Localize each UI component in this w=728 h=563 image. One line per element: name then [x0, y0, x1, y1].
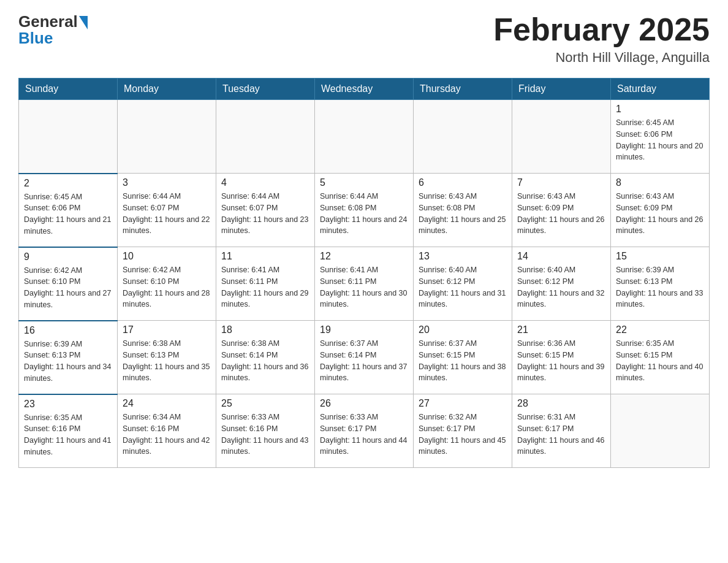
calendar-cell: 23Sunrise: 6:35 AMSunset: 6:16 PMDayligh…: [19, 394, 118, 468]
day-number: 3: [123, 177, 211, 188]
calendar-cell: 18Sunrise: 6:38 AMSunset: 6:14 PMDayligh…: [216, 321, 315, 394]
day-number: 22: [616, 324, 704, 335]
day-number: 15: [616, 251, 704, 262]
title-area: February 2025 North Hill Village, Anguil…: [493, 12, 710, 66]
calendar-cell: [118, 100, 216, 174]
calendar-cell: 20Sunrise: 6:37 AMSunset: 6:15 PMDayligh…: [414, 321, 512, 394]
calendar-week-row: 2Sunrise: 6:45 AMSunset: 6:06 PMDaylight…: [19, 174, 710, 247]
calendar-cell: 17Sunrise: 6:38 AMSunset: 6:13 PMDayligh…: [118, 321, 216, 394]
calendar-cell: [414, 100, 512, 174]
day-info: Sunrise: 6:42 AMSunset: 6:10 PMDaylight:…: [123, 264, 211, 310]
day-info: Sunrise: 6:35 AMSunset: 6:16 PMDaylight:…: [24, 412, 112, 458]
day-info: Sunrise: 6:44 AMSunset: 6:07 PMDaylight:…: [221, 191, 309, 237]
day-of-week-header: Saturday: [611, 79, 710, 100]
day-number: 20: [419, 324, 507, 335]
calendar-cell: 27Sunrise: 6:32 AMSunset: 6:17 PMDayligh…: [414, 394, 512, 468]
day-info: Sunrise: 6:33 AMSunset: 6:16 PMDaylight:…: [221, 412, 309, 458]
day-info: Sunrise: 6:34 AMSunset: 6:16 PMDaylight:…: [123, 412, 211, 458]
day-number: 8: [616, 177, 704, 188]
calendar-cell: [512, 100, 611, 174]
day-number: 10: [123, 251, 211, 262]
calendar-cell: 5Sunrise: 6:44 AMSunset: 6:08 PMDaylight…: [315, 174, 414, 247]
day-info: Sunrise: 6:37 AMSunset: 6:14 PMDaylight:…: [320, 338, 408, 384]
calendar-cell: [611, 394, 710, 468]
day-number: 16: [24, 325, 112, 336]
calendar-cell: 11Sunrise: 6:41 AMSunset: 6:11 PMDayligh…: [216, 247, 315, 321]
day-info: Sunrise: 6:36 AMSunset: 6:15 PMDaylight:…: [517, 338, 605, 384]
calendar-cell: 12Sunrise: 6:41 AMSunset: 6:11 PMDayligh…: [315, 247, 414, 321]
day-number: 26: [320, 398, 408, 409]
calendar-cell: 14Sunrise: 6:40 AMSunset: 6:12 PMDayligh…: [512, 247, 611, 321]
day-number: 9: [24, 251, 112, 262]
calendar-cell: 19Sunrise: 6:37 AMSunset: 6:14 PMDayligh…: [315, 321, 414, 394]
calendar-cell: 16Sunrise: 6:39 AMSunset: 6:13 PMDayligh…: [19, 321, 118, 394]
day-number: 4: [221, 177, 309, 188]
day-of-week-header: Sunday: [19, 79, 118, 100]
calendar-cell: 2Sunrise: 6:45 AMSunset: 6:06 PMDaylight…: [19, 174, 118, 247]
day-number: 27: [419, 398, 507, 409]
day-info: Sunrise: 6:43 AMSunset: 6:09 PMDaylight:…: [517, 191, 605, 237]
day-info: Sunrise: 6:44 AMSunset: 6:08 PMDaylight:…: [320, 191, 408, 237]
day-number: 11: [221, 251, 309, 262]
calendar-cell: 4Sunrise: 6:44 AMSunset: 6:07 PMDaylight…: [216, 174, 315, 247]
day-info: Sunrise: 6:35 AMSunset: 6:15 PMDaylight:…: [616, 338, 704, 384]
calendar-week-row: 9Sunrise: 6:42 AMSunset: 6:10 PMDaylight…: [19, 247, 710, 321]
calendar-cell: 26Sunrise: 6:33 AMSunset: 6:17 PMDayligh…: [315, 394, 414, 468]
day-info: Sunrise: 6:32 AMSunset: 6:17 PMDaylight:…: [419, 412, 507, 458]
calendar-week-row: 23Sunrise: 6:35 AMSunset: 6:16 PMDayligh…: [19, 394, 710, 468]
calendar-cell: 10Sunrise: 6:42 AMSunset: 6:10 PMDayligh…: [118, 247, 216, 321]
day-number: 13: [419, 251, 507, 262]
calendar-cell: 9Sunrise: 6:42 AMSunset: 6:10 PMDaylight…: [19, 247, 118, 321]
logo: General Blue: [18, 12, 88, 48]
day-number: 24: [123, 398, 211, 409]
day-info: Sunrise: 6:38 AMSunset: 6:14 PMDaylight:…: [221, 338, 309, 384]
calendar-cell: 28Sunrise: 6:31 AMSunset: 6:17 PMDayligh…: [512, 394, 611, 468]
month-title: February 2025: [493, 12, 710, 47]
day-info: Sunrise: 6:45 AMSunset: 6:06 PMDaylight:…: [24, 191, 112, 237]
day-info: Sunrise: 6:45 AMSunset: 6:06 PMDaylight:…: [616, 117, 704, 163]
day-number: 14: [517, 251, 605, 262]
day-number: 25: [221, 398, 309, 409]
day-number: 21: [517, 324, 605, 335]
day-number: 23: [24, 399, 112, 410]
day-of-week-header: Tuesday: [216, 79, 315, 100]
day-info: Sunrise: 6:37 AMSunset: 6:15 PMDaylight:…: [419, 338, 507, 384]
calendar-cell: 6Sunrise: 6:43 AMSunset: 6:08 PMDaylight…: [414, 174, 512, 247]
day-number: 12: [320, 251, 408, 262]
calendar-cell: 8Sunrise: 6:43 AMSunset: 6:09 PMDaylight…: [611, 174, 710, 247]
page-header: General Blue February 2025 North Hill Vi…: [18, 12, 710, 66]
day-number: 18: [221, 324, 309, 335]
day-info: Sunrise: 6:41 AMSunset: 6:11 PMDaylight:…: [221, 264, 309, 310]
calendar-cell: [19, 100, 118, 174]
logo-triangle-icon: [79, 16, 88, 29]
day-number: 19: [320, 324, 408, 335]
day-number: 2: [24, 178, 112, 189]
calendar-cell: 22Sunrise: 6:35 AMSunset: 6:15 PMDayligh…: [611, 321, 710, 394]
day-info: Sunrise: 6:40 AMSunset: 6:12 PMDaylight:…: [517, 264, 605, 310]
day-of-week-header: Monday: [118, 79, 216, 100]
day-number: 17: [123, 324, 211, 335]
day-of-week-header: Wednesday: [315, 79, 414, 100]
calendar-cell: 13Sunrise: 6:40 AMSunset: 6:12 PMDayligh…: [414, 247, 512, 321]
calendar-cell: [216, 100, 315, 174]
day-info: Sunrise: 6:44 AMSunset: 6:07 PMDaylight:…: [123, 191, 211, 237]
day-number: 6: [419, 177, 507, 188]
calendar-cell: 25Sunrise: 6:33 AMSunset: 6:16 PMDayligh…: [216, 394, 315, 468]
day-of-week-header: Thursday: [414, 79, 512, 100]
day-info: Sunrise: 6:41 AMSunset: 6:11 PMDaylight:…: [320, 264, 408, 310]
day-info: Sunrise: 6:33 AMSunset: 6:17 PMDaylight:…: [320, 412, 408, 458]
day-info: Sunrise: 6:38 AMSunset: 6:13 PMDaylight:…: [123, 338, 211, 384]
calendar-cell: 24Sunrise: 6:34 AMSunset: 6:16 PMDayligh…: [118, 394, 216, 468]
day-info: Sunrise: 6:42 AMSunset: 6:10 PMDaylight:…: [24, 265, 112, 311]
day-number: 28: [517, 398, 605, 409]
calendar-cell: 7Sunrise: 6:43 AMSunset: 6:09 PMDaylight…: [512, 174, 611, 247]
calendar-cell: 15Sunrise: 6:39 AMSunset: 6:13 PMDayligh…: [611, 247, 710, 321]
day-info: Sunrise: 6:39 AMSunset: 6:13 PMDaylight:…: [616, 264, 704, 310]
calendar-cell: 3Sunrise: 6:44 AMSunset: 6:07 PMDaylight…: [118, 174, 216, 247]
calendar-week-row: 1Sunrise: 6:45 AMSunset: 6:06 PMDaylight…: [19, 100, 710, 174]
calendar-cell: [315, 100, 414, 174]
day-info: Sunrise: 6:40 AMSunset: 6:12 PMDaylight:…: [419, 264, 507, 310]
day-info: Sunrise: 6:43 AMSunset: 6:08 PMDaylight:…: [419, 191, 507, 237]
day-number: 7: [517, 177, 605, 188]
calendar-cell: 21Sunrise: 6:36 AMSunset: 6:15 PMDayligh…: [512, 321, 611, 394]
